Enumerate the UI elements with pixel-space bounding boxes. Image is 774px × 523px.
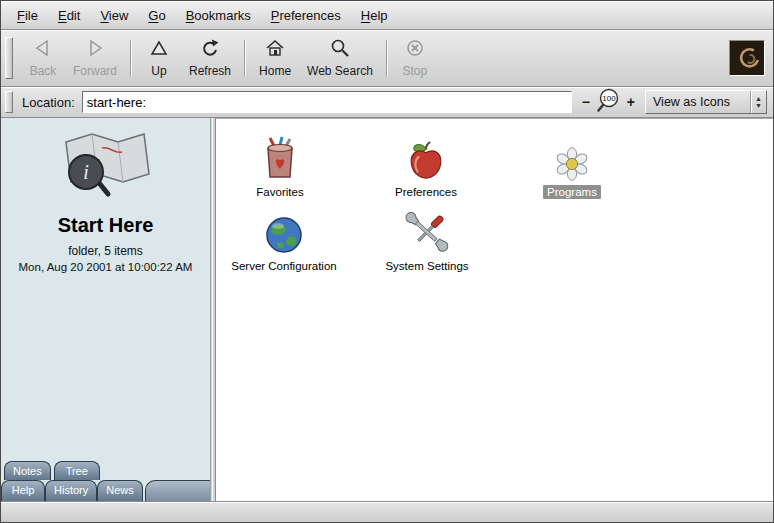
nautilus-throbber-icon xyxy=(729,40,765,76)
web-search-button[interactable]: Web Search xyxy=(299,34,381,82)
sidebar-tab-history[interactable]: History xyxy=(45,480,97,501)
home-icon xyxy=(264,38,286,61)
refresh-button[interactable]: Refresh xyxy=(181,34,239,82)
zoom-in-button[interactable]: + xyxy=(624,95,638,109)
icon-label-server-configuration[interactable]: Server Configuration xyxy=(227,259,340,273)
stop-label: Stop xyxy=(403,64,428,78)
up-label: Up xyxy=(151,64,166,78)
sidebar-tab-strip xyxy=(145,480,210,501)
preferences-icon[interactable] xyxy=(406,133,446,181)
location-input[interactable] xyxy=(82,91,572,113)
desktop-item-programs: Programs xyxy=(518,133,626,199)
toolbar: Back Forward Up Refresh Home Web Search … xyxy=(1,30,773,87)
sidebar-tab-news[interactable]: News xyxy=(97,480,143,501)
home-button[interactable]: Home xyxy=(251,34,299,82)
body-area: i Start Here folder, 5 items Mon, Aug 20… xyxy=(1,118,773,501)
sidebar-title: Start Here xyxy=(1,214,210,237)
icon-label-system-settings[interactable]: System Settings xyxy=(381,259,472,273)
zoom-out-button[interactable]: − xyxy=(579,95,593,109)
favorites-icon[interactable] xyxy=(260,133,300,181)
combo-spinner-icon: ▲▼ xyxy=(750,91,766,113)
toolbar-separator xyxy=(386,40,388,76)
location-bar-drag-handle[interactable] xyxy=(5,91,13,113)
forward-label: Forward xyxy=(73,64,117,78)
menu-bar: File Edit View Go Bookmarks Preferences … xyxy=(1,1,773,30)
menu-edit[interactable]: Edit xyxy=(48,3,90,28)
menu-help[interactable]: Help xyxy=(351,3,398,28)
sidebar-tabs-top: Notes Tree xyxy=(4,461,100,480)
web-search-label: Web Search xyxy=(307,64,373,78)
content-pane[interactable]: Favorites Preferences xyxy=(216,118,773,501)
nautilus-window: File Edit View Go Bookmarks Preferences … xyxy=(0,0,774,523)
stop-button[interactable]: Stop xyxy=(393,34,437,82)
menu-preferences[interactable]: Preferences xyxy=(261,3,351,28)
view-mode-value: View as Icons xyxy=(646,91,750,113)
refresh-icon xyxy=(199,38,221,61)
programs-icon[interactable] xyxy=(555,133,589,181)
menu-view[interactable]: View xyxy=(90,3,138,28)
icon-label-programs[interactable]: Programs xyxy=(543,185,601,199)
svg-text:100: 100 xyxy=(602,94,616,103)
refresh-label: Refresh xyxy=(189,64,231,78)
up-icon xyxy=(148,38,170,61)
zoom-level-indicator[interactable]: 100 xyxy=(595,88,622,117)
desktop-item-preferences: Preferences xyxy=(374,133,478,199)
desktop-item-server-configuration: Server Configuration xyxy=(216,207,352,273)
sidebar-tab-notes[interactable]: Notes xyxy=(4,461,51,480)
menu-file[interactable]: File xyxy=(7,3,48,28)
toolbar-drag-handle[interactable] xyxy=(5,37,13,79)
svg-text:i: i xyxy=(83,161,89,183)
back-label: Back xyxy=(30,64,57,78)
stop-icon xyxy=(404,38,426,61)
menu-go[interactable]: Go xyxy=(138,3,175,28)
sidebar-tabs-bottom: Help History News xyxy=(1,480,210,501)
up-button[interactable]: Up xyxy=(137,34,181,82)
icon-label-preferences[interactable]: Preferences xyxy=(391,185,461,199)
start-here-map-icon: i xyxy=(1,126,210,204)
toolbar-separator xyxy=(244,40,246,76)
forward-button[interactable]: Forward xyxy=(65,34,125,82)
icon-label-favorites[interactable]: Favorites xyxy=(252,185,307,199)
system-settings-icon[interactable] xyxy=(404,207,450,255)
desktop-item-favorites: Favorites xyxy=(230,133,330,199)
sidebar-tab-tree[interactable]: Tree xyxy=(54,461,100,480)
sidebar-panel: i Start Here folder, 5 items Mon, Aug 20… xyxy=(1,118,211,501)
back-icon xyxy=(32,38,54,61)
forward-icon xyxy=(84,38,106,61)
web-search-icon xyxy=(329,38,351,61)
desktop-item-system-settings: System Settings xyxy=(364,207,490,273)
server-configuration-icon[interactable] xyxy=(264,207,304,255)
toolbar-separator xyxy=(130,40,132,76)
location-bar: Location: − 100 + View as Icons ▲▼ xyxy=(1,87,773,118)
sidebar-timestamp: Mon, Aug 20 2001 at 10:00:22 AM xyxy=(1,261,210,273)
status-bar xyxy=(1,501,773,522)
home-label: Home xyxy=(259,64,291,78)
menu-bookmarks[interactable]: Bookmarks xyxy=(176,3,261,28)
location-label: Location: xyxy=(22,95,75,110)
view-mode-dropdown[interactable]: View as Icons ▲▼ xyxy=(645,90,767,114)
sidebar-tab-help[interactable]: Help xyxy=(1,480,45,501)
sidebar-item-count: folder, 5 items xyxy=(1,244,210,258)
back-button[interactable]: Back xyxy=(21,34,65,82)
zoom-control: − 100 + xyxy=(579,88,638,117)
